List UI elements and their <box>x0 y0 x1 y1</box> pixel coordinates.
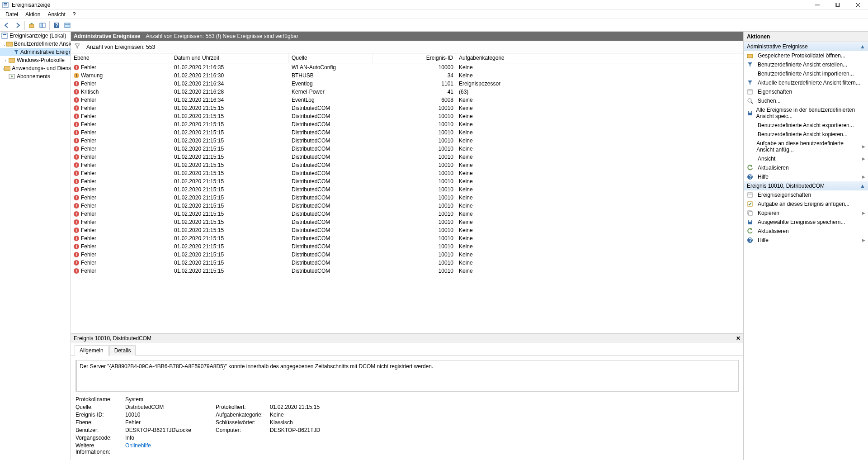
table-row[interactable]: !Fehler01.02.2020 21:15:15DistributedCOM… <box>71 194 743 202</box>
cell-id: 10010 <box>373 105 456 111</box>
action-item[interactable]: Ereigniseigenschaften <box>744 190 868 199</box>
forward-button[interactable] <box>13 20 23 30</box>
cell-cat: Keine <box>456 268 743 274</box>
show-hide-tree-button[interactable] <box>38 20 47 30</box>
action-item[interactable]: Aufgabe an diese benutzerdefinierte Ansi… <box>744 139 868 154</box>
action-item[interactable]: Eigenschaften <box>744 87 868 96</box>
up-button[interactable] <box>27 20 37 30</box>
cell-cat: Keine <box>456 113 743 119</box>
action-item[interactable]: Gespeicherte Protokolldatei öffnen... <box>744 51 868 60</box>
cell-id: 34 <box>373 72 456 79</box>
table-row[interactable]: !Fehler01.02.2020 21:15:15DistributedCOM… <box>71 259 743 267</box>
tab-general[interactable]: Allgemein <box>75 345 108 356</box>
table-row[interactable]: !Fehler01.02.2020 21:15:15DistributedCOM… <box>71 234 743 242</box>
navigation-tree[interactable]: Ereignisanzeige (Lokal) ⌄ Benutzerdefini… <box>0 32 71 460</box>
table-row[interactable]: !Fehler01.02.2020 21:15:15DistributedCOM… <box>71 242 743 251</box>
table-row[interactable]: !Fehler01.02.2020 21:15:15DistributedCOM… <box>71 177 743 185</box>
table-row[interactable]: !Warnung01.02.2020 21:16:30BTHUSB34Keine <box>71 71 743 80</box>
cell-id: 41 <box>373 89 456 95</box>
table-row[interactable]: !Fehler01.02.2020 21:15:15DistributedCOM… <box>71 161 743 169</box>
col-id[interactable]: Ereignis-ID <box>373 53 456 63</box>
tree-app-service[interactable]: › Anwendungs- und Dienstprotokolle <box>0 64 71 72</box>
table-row[interactable]: !Fehler01.02.2020 21:15:15DistributedCOM… <box>71 226 743 234</box>
tab-details[interactable]: Details <box>109 345 136 356</box>
back-button[interactable] <box>2 20 12 30</box>
table-row[interactable]: !Fehler01.02.2020 21:15:15DistributedCOM… <box>71 153 743 161</box>
action-item[interactable]: Benutzerdefinierte Ansicht erstellen... <box>744 60 868 69</box>
tree-subscriptions[interactable]: Abonnements <box>0 72 71 81</box>
minimize-button[interactable] <box>807 0 827 10</box>
expand-icon[interactable]: › <box>3 58 8 63</box>
cell-cat: Keine <box>456 105 743 111</box>
table-row[interactable]: !Fehler01.02.2020 21:15:15DistributedCOM… <box>71 251 743 259</box>
table-row[interactable]: !Fehler01.02.2020 21:15:15DistributedCOM… <box>71 202 743 210</box>
col-level[interactable]: Ebene <box>71 53 171 63</box>
table-row[interactable]: !Fehler01.02.2020 21:15:15DistributedCOM… <box>71 112 743 120</box>
action-item[interactable]: Aktuelle benutzerdefinierte Ansicht filt… <box>744 78 868 87</box>
table-row[interactable]: !Fehler01.02.2020 21:16:35WLAN-AutoConfi… <box>71 63 743 71</box>
action-item[interactable]: Ausgewählte Ereignisse speichern... <box>744 218 868 227</box>
cell-source: DistributedCOM <box>289 251 373 258</box>
filter-icon <box>14 48 19 56</box>
menu-file[interactable]: Datei <box>2 10 22 19</box>
table-row[interactable]: !Kritisch01.02.2020 21:16:28Kernel-Power… <box>71 88 743 96</box>
cell-date: 01.02.2020 21:15:15 <box>171 162 289 168</box>
online-help-link[interactable]: Onlinehilfe <box>125 442 151 449</box>
folder-icon <box>4 65 10 72</box>
action-item[interactable]: Benutzerdefinierte Ansicht importieren..… <box>744 69 868 78</box>
col-source[interactable]: Quelle <box>289 53 373 63</box>
tree-windows-logs[interactable]: › Windows-Protokolle <box>0 56 71 64</box>
tree-label: Ereignisanzeige (Lokal) <box>9 33 66 39</box>
view-header: Administrative Ereignisse Anzahl von Ere… <box>71 32 743 41</box>
action-item[interactable]: Benutzerdefinierte Ansicht exportieren..… <box>744 121 868 130</box>
action-item[interactable]: Kopieren▶ <box>744 209 868 218</box>
tree-label: Benutzerdefinierte Ansichten <box>14 41 71 47</box>
table-row[interactable]: !Fehler01.02.2020 21:16:34EventLog6008Ke… <box>71 96 743 104</box>
action-item[interactable]: Ansicht▶ <box>744 154 868 163</box>
detail-tabs: Allgemein Details <box>71 343 743 356</box>
help-button[interactable]: ? <box>52 20 61 30</box>
cell-date: 01.02.2020 21:15:15 <box>171 170 289 176</box>
collapse-icon[interactable]: ▲ <box>860 183 865 189</box>
close-button[interactable] <box>848 0 868 10</box>
close-detail-button[interactable]: ✕ <box>736 335 741 341</box>
table-row[interactable]: !Fehler01.02.2020 21:15:15DistributedCOM… <box>71 104 743 112</box>
action-item[interactable]: ?Hilfe▶ <box>744 172 868 181</box>
table-row[interactable]: !Fehler01.02.2020 21:15:15DistributedCOM… <box>71 145 743 153</box>
menu-help[interactable]: ? <box>69 10 80 19</box>
action-item[interactable]: Aktualisieren <box>744 227 868 236</box>
properties-button[interactable] <box>62 20 72 30</box>
cell-source: DistributedCOM <box>289 186 373 193</box>
menu-view[interactable]: Ansicht <box>44 10 69 19</box>
table-row[interactable]: !Fehler01.02.2020 21:15:15DistributedCOM… <box>71 210 743 218</box>
svg-rect-17 <box>6 42 13 46</box>
table-row[interactable]: !Fehler01.02.2020 21:15:15DistributedCOM… <box>71 185 743 194</box>
tree-custom-views[interactable]: ⌄ Benutzerdefinierte Ansichten <box>0 40 71 48</box>
collapse-icon[interactable]: ▲ <box>860 43 865 50</box>
event-count-label: Anzahl von Ereignissen: 553 <box>86 44 155 50</box>
table-row[interactable]: !Fehler01.02.2020 21:15:15DistributedCOM… <box>71 128 743 137</box>
menu-action[interactable]: Aktion <box>22 10 44 19</box>
tree-admin-events[interactable]: Administrative Ereignisse <box>0 48 71 56</box>
table-row[interactable]: !Fehler01.02.2020 21:15:15DistributedCOM… <box>71 267 743 275</box>
col-date[interactable]: Datum und Uhrzeit <box>171 53 289 63</box>
maximize-button[interactable] <box>827 0 848 10</box>
table-row[interactable]: !Fehler01.02.2020 21:15:15DistributedCOM… <box>71 218 743 226</box>
action-item[interactable]: ?Hilfe▶ <box>744 236 868 245</box>
table-row[interactable]: !Fehler01.02.2020 21:15:15DistributedCOM… <box>71 169 743 177</box>
cell-cat: Keine <box>456 64 743 71</box>
table-row[interactable]: !Fehler01.02.2020 21:15:15DistributedCOM… <box>71 120 743 128</box>
action-item[interactable]: Suchen... <box>744 96 868 105</box>
action-item[interactable]: Benutzerdefinierte Ansicht kopieren... <box>744 130 868 139</box>
col-cat[interactable]: Aufgabenkategorie <box>456 53 743 63</box>
action-item[interactable]: Aktualisieren <box>744 163 868 172</box>
action-item[interactable]: Aufgabe an dieses Ereignis anfügen... <box>744 199 868 209</box>
cell-id: 10010 <box>373 162 456 168</box>
grid-body[interactable]: !Fehler01.02.2020 21:16:35WLAN-AutoConfi… <box>71 63 743 333</box>
chevron-right-icon: ▶ <box>862 156 865 161</box>
action-item[interactable]: Alle Ereignisse in der benutzerdefiniert… <box>744 105 868 121</box>
table-row[interactable]: !Fehler01.02.2020 21:16:34Eventlog1101Er… <box>71 80 743 88</box>
table-row[interactable]: !Fehler01.02.2020 21:15:15DistributedCOM… <box>71 137 743 145</box>
collapse-icon[interactable]: ⌄ <box>3 42 6 47</box>
tree-root[interactable]: Ereignisanzeige (Lokal) <box>0 32 71 40</box>
